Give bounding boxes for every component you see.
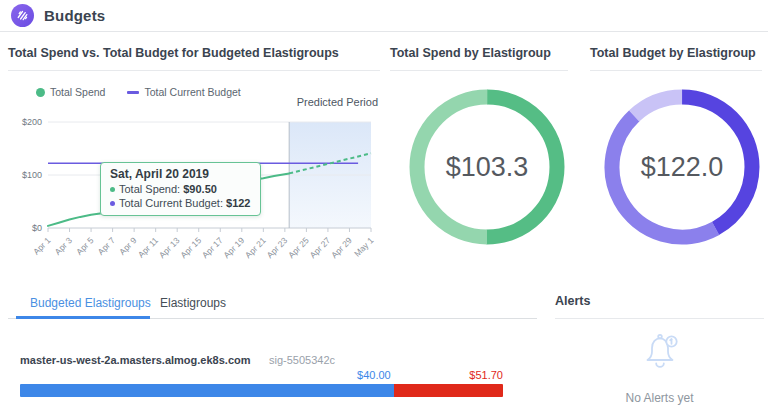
tooltip-value: $90.50 — [183, 183, 217, 195]
svg-text:Apr 5: Apr 5 — [74, 235, 96, 257]
svg-text:$122.0: $122.0 — [641, 152, 724, 182]
logo-stripes-icon — [15, 8, 30, 23]
spotinst-logo[interactable] — [11, 4, 34, 27]
app-header: Budgets — [0, 0, 768, 32]
legend-label: Total Spend — [50, 86, 105, 98]
panel-divider — [555, 318, 764, 319]
total-spend-marker-icon — [36, 88, 45, 97]
svg-text:$100: $100 — [22, 170, 42, 180]
budget-bar-labels: $40.00 $51.70 — [20, 369, 503, 383]
spend-vs-budget-chart: $0$100$200Apr 1Apr 3Apr 5Apr 7Apr 9Apr 1… — [8, 112, 380, 282]
tooltip-label: Total Current Budget: — [119, 197, 223, 209]
svg-text:Apr 3: Apr 3 — [53, 235, 75, 257]
total-spend-donut-panel: Total Spend by Elastigroup $103.3 — [390, 40, 568, 280]
spend-vs-budget-title: Total Spend vs. Total Budget for Budgete… — [8, 46, 339, 60]
alerts-panel: Alerts No Alerts yet — [555, 288, 764, 410]
chart-tooltip: Sat, April 20 2019 Total Spend: $90.50 T… — [100, 162, 261, 216]
purple-bullet-icon — [110, 201, 115, 206]
legend-item-total-current-budget[interactable]: Total Current Budget — [127, 86, 240, 98]
svg-text:Apr 25: Apr 25 — [286, 235, 311, 260]
panel-divider — [8, 70, 380, 71]
svg-text:Apr 19: Apr 19 — [221, 235, 246, 260]
tooltip-date: Sat, April 20 2019 — [110, 167, 251, 181]
svg-text:Apr 17: Apr 17 — [200, 235, 225, 260]
panel-divider — [590, 70, 762, 71]
svg-text:May 1: May 1 — [352, 235, 376, 259]
page-title: Budgets — [44, 7, 105, 24]
svg-text:Apr 29: Apr 29 — [329, 235, 354, 260]
svg-text:$0: $0 — [32, 223, 42, 233]
svg-text:Apr 15: Apr 15 — [178, 235, 203, 260]
legend-label: Total Current Budget — [144, 86, 240, 98]
svg-text:$200: $200 — [22, 117, 42, 127]
svg-text:Apr 1: Apr 1 — [31, 235, 53, 257]
tooltip-label: Total Spend: — [119, 183, 180, 195]
no-alerts-text: No Alerts yet — [555, 391, 764, 405]
elastigroups-section: Budgeted Elastigroups Elastigroups maste… — [8, 288, 537, 408]
svg-text:$103.3: $103.3 — [446, 152, 529, 182]
bar-total-label: $51.70 — [469, 369, 503, 381]
tooltip-row-total-current-budget: Total Current Budget: $122 — [110, 196, 251, 210]
chart-legend: Total Spend Total Current Budget — [36, 86, 241, 98]
spend-vs-budget-panel: Total Spend vs. Total Budget for Budgete… — [8, 40, 380, 285]
tab-elastigroups[interactable]: Elastigroups — [160, 296, 226, 310]
budget-progress-bar — [20, 384, 503, 397]
green-bullet-icon — [110, 187, 115, 192]
alerts-empty-state — [555, 328, 764, 380]
svg-text:Apr 11: Apr 11 — [136, 235, 161, 260]
svg-text:Apr 13: Apr 13 — [157, 235, 182, 260]
total-spend-donut-title: Total Spend by Elastigroup — [390, 46, 551, 60]
elastigroup-sig: sig-5505342c — [269, 354, 335, 366]
bell-icon — [638, 328, 682, 376]
elastigroup-row[interactable]: master-us-west-2a.masters.almog.ek8s.com… — [20, 350, 335, 368]
panel-divider — [390, 70, 568, 71]
svg-text:Apr 23: Apr 23 — [264, 235, 289, 260]
total-budget-donut-chart: $122.0 — [602, 87, 762, 251]
svg-text:Apr 7: Apr 7 — [96, 235, 118, 257]
svg-text:Apr 27: Apr 27 — [308, 235, 333, 260]
tooltip-row-total-spend: Total Spend: $90.50 — [110, 182, 251, 196]
budgets-dashboard: Budgets Total Spend vs. Total Budget for… — [0, 0, 768, 414]
total-budget-donut-panel: Total Budget by Elastigroup $122.0 — [590, 40, 762, 280]
budget-bar-spend — [20, 384, 394, 397]
tooltip-value: $122 — [226, 197, 250, 209]
active-tab-underline — [16, 316, 150, 319]
alerts-title: Alerts — [555, 294, 590, 308]
elastigroup-name[interactable]: master-us-west-2a.masters.almog.ek8s.com — [20, 354, 251, 366]
predicted-period-label: Predicted Period — [297, 96, 378, 108]
legend-item-total-spend[interactable]: Total Spend — [36, 86, 105, 98]
total-budget-donut-title: Total Budget by Elastigroup — [590, 46, 756, 60]
total-current-budget-marker-icon — [127, 91, 139, 94]
total-spend-donut-chart: $103.3 — [407, 87, 567, 251]
tab-budgeted-elastigroups[interactable]: Budgeted Elastigroups — [30, 296, 151, 310]
svg-text:Apr 21: Apr 21 — [243, 235, 268, 260]
bar-spend-label: $40.00 — [357, 369, 394, 381]
donut-svg: $103.3 — [407, 87, 567, 247]
budget-bar-over — [394, 384, 503, 397]
donut-svg: $122.0 — [602, 87, 762, 247]
